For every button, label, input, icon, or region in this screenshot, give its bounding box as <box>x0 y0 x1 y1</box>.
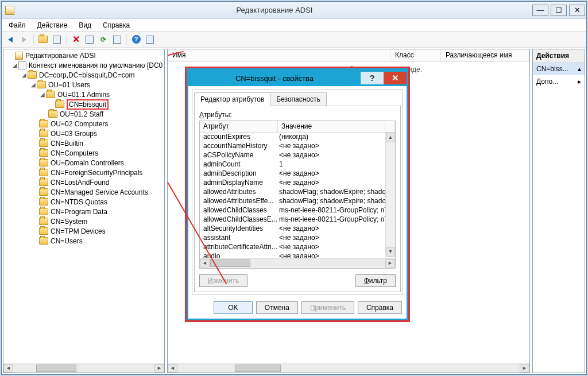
tree-ou-012staff[interactable]: OU=01.2 Staff <box>3 109 164 119</box>
tree[interactable]: Редактирование ADSI ◢Контекст именования… <box>3 49 164 363</box>
tree-ou-domaincontrollers[interactable]: OU=Domain Controllers <box>3 158 164 168</box>
help-icon: ? <box>132 35 141 44</box>
tree-cn-lostandfound[interactable]: CN=LostAndFound <box>3 177 164 187</box>
attr-value: ms-net-ieee-80211-GroupPolicy; nTFRSSubs <box>278 215 395 224</box>
tree-ou-02computers[interactable]: OU=02 Computers <box>3 119 164 129</box>
tree-ou-01users[interactable]: ◢OU=01 Users <box>3 80 164 90</box>
attr-name: allowedChildClasses <box>200 206 278 215</box>
grid-vscroll[interactable]: ▲▼ <box>385 133 395 257</box>
attr-value: shadowFlag; shadowExpire; shadowInactive <box>278 188 395 197</box>
cancel-button[interactable]: Отмена <box>256 301 298 314</box>
tree-cn-builtin[interactable]: CN=Builtin <box>3 138 164 148</box>
tree-cn-bissquit[interactable]: CN=bissquit <box>3 99 164 109</box>
attr-name: adminCount <box>200 160 278 169</box>
show-tree-button[interactable] <box>51 33 63 46</box>
attribute-row[interactable]: audio<не задано> <box>200 252 395 258</box>
attr-name: aCSPolicyName <box>200 151 278 160</box>
attr-name: allowedChildClassesE... <box>200 215 278 224</box>
menu-action[interactable]: Действие <box>33 20 72 30</box>
attr-value: <не задано> <box>278 243 395 252</box>
attribute-row[interactable]: allowedChildClassesE...ms-net-ieee-80211… <box>200 215 395 224</box>
attribute-row[interactable]: allowedChildClassesms-net-ieee-80211-Gro… <box>200 206 395 215</box>
col-attribute[interactable]: Атрибут <box>200 121 278 132</box>
attr-name: assistant <box>200 234 278 243</box>
list-hscroll[interactable]: ◄► <box>168 363 529 373</box>
col-value[interactable]: Значение <box>278 121 385 132</box>
export-button[interactable] <box>111 33 123 46</box>
delete-button[interactable]: ✕ <box>69 33 82 46</box>
col-name[interactable]: Имя <box>168 49 390 61</box>
attribute-row[interactable]: accountNameHistory<не задано> <box>200 142 395 151</box>
close-button[interactable]: ✕ <box>569 5 585 16</box>
attribute-row[interactable]: assistant<не задано> <box>200 234 395 243</box>
up-folder-button[interactable] <box>37 33 49 46</box>
menu-help[interactable]: Справка <box>98 20 134 30</box>
tree-naming-context[interactable]: ◢Контекст именования по умолчанию [DC0 <box>3 60 164 70</box>
attr-name: accountNameHistory <box>200 142 278 151</box>
attribute-row[interactable]: allowedAttributesEffe...shadowFlag; shad… <box>200 197 395 206</box>
tree-cn-users[interactable]: CN=Users <box>3 236 164 246</box>
properties-button[interactable] <box>83 33 96 46</box>
folder-up-icon <box>38 36 48 43</box>
tree-dc[interactable]: ◢DC=corp,DC=bissquit,DC=com <box>3 70 164 80</box>
delete-icon: ✕ <box>72 34 80 45</box>
tree-root[interactable]: Редактирование ADSI <box>3 51 164 60</box>
attribute-row[interactable]: attributeCertificateAttri...<не задано> <box>200 243 395 252</box>
minimize-button[interactable]: — <box>532 5 548 16</box>
attr-value: <не задано> <box>278 234 395 243</box>
attr-value: (никогда) <box>278 133 395 142</box>
tree-cn-msa[interactable]: CN=Managed Service Accounts <box>3 187 164 197</box>
help-button[interactable]: ? <box>130 33 142 46</box>
list-pane: Имя Класс Различающееся имя Нет элементо… <box>167 49 530 373</box>
dialog-close-button[interactable]: ✕ <box>384 72 407 84</box>
attribute-row[interactable]: aCSPolicyName<не задано> <box>200 151 395 160</box>
ok-button[interactable]: OK <box>214 301 253 314</box>
grid-hscroll[interactable]: ◄► <box>200 258 395 268</box>
col-dn[interactable]: Различающееся имя <box>441 49 529 61</box>
attribute-row[interactable]: adminDisplayName<не задано> <box>200 179 395 188</box>
attr-value: <не задано> <box>278 151 395 160</box>
tree-cn-computers[interactable]: CN=Computers <box>3 148 164 158</box>
attribute-row[interactable]: accountExpires(никогда) <box>200 133 395 142</box>
refresh-button[interactable]: ⟳ <box>97 33 110 46</box>
attribute-row[interactable]: adminDescription<не задано> <box>200 169 395 179</box>
filter-button[interactable]: Фильтр <box>355 274 396 287</box>
view-icon <box>146 36 154 44</box>
attribute-row[interactable]: adminCount1 <box>200 160 395 169</box>
apply-button[interactable]: Применить <box>301 301 354 314</box>
tree-cn-fsp[interactable]: CN=ForeignSecurityPrincipals <box>3 168 164 177</box>
attr-name: adminDescription <box>200 169 278 179</box>
actions-context-row[interactable]: CN=biss...▴ <box>533 63 585 75</box>
attr-name: allowedAttributesEffe... <box>200 197 278 206</box>
tree-cn-ntdsquotas[interactable]: CN=NTDS Quotas <box>3 197 164 207</box>
dialog-help-button[interactable]: ? <box>361 72 384 84</box>
attr-value: <не задано> <box>278 179 395 188</box>
actions-more-row[interactable]: Допо...▸ <box>533 75 585 88</box>
chevron-up-icon: ▴ <box>578 65 581 73</box>
maximize-button[interactable]: ☐ <box>551 5 567 16</box>
tree-cn-system[interactable]: CN=System <box>3 216 164 226</box>
tree-hscroll[interactable]: ◄► <box>3 363 164 373</box>
tree-cn-programdata[interactable]: CN=Program Data <box>3 207 164 216</box>
nav-forward-button[interactable] <box>18 33 30 46</box>
attribute-grid[interactable]: Атрибут Значение accountExpires(никогда)… <box>199 121 396 269</box>
tab-security[interactable]: Безопасность <box>270 92 327 106</box>
attr-name: attributeCertificateAttri... <box>200 243 278 252</box>
tab-attribute-editor[interactable]: Редактор атрибутов <box>194 92 270 106</box>
view-options-button[interactable] <box>144 33 156 46</box>
tree-cn-tpmdevices[interactable]: CN=TPM Devices <box>3 226 164 236</box>
attribute-row[interactable]: altSecurityIdentities<не задано> <box>200 224 395 234</box>
dialog-titlebar: CN=bissquit - свойства ? ✕ <box>188 70 407 86</box>
tree-ou-011admins[interactable]: ◢OU=01.1 Admins <box>3 90 164 99</box>
tree-ou-03groups[interactable]: OU=03 Groups <box>3 129 164 138</box>
attribute-row[interactable]: allowedAttributesshadowFlag; shadowExpir… <box>200 188 395 197</box>
properties-icon <box>86 36 94 44</box>
help-dialog-button[interactable]: Справка <box>358 301 402 314</box>
menu-file[interactable]: Файл <box>4 20 30 30</box>
attr-name: accountExpires <box>200 133 278 142</box>
menu-view[interactable]: Вид <box>74 20 96 30</box>
export-icon <box>113 36 121 44</box>
col-class[interactable]: Класс <box>390 49 441 61</box>
properties-dialog-highlight: CN=bissquit - свойства ? ✕ Редактор атри… <box>185 67 410 322</box>
nav-back-button[interactable] <box>4 33 17 46</box>
